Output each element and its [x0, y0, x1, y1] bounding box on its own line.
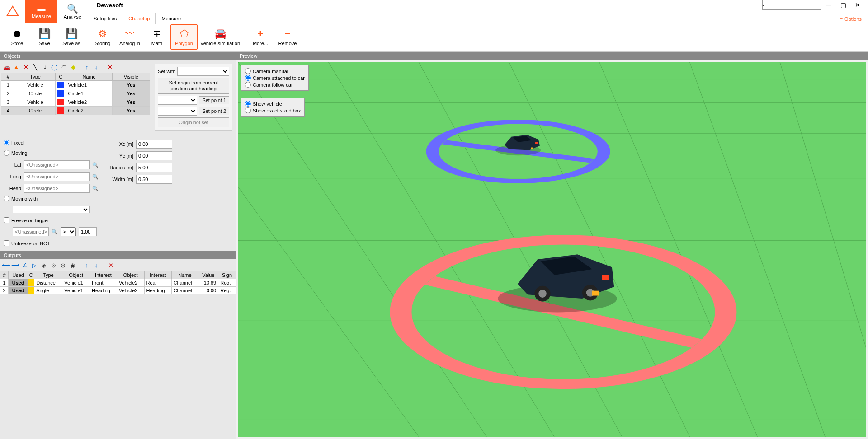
- right-panel: Preview: [236, 52, 868, 439]
- app-logo: [0, 0, 25, 23]
- outputs-table[interactable]: # Used C Type Object Interest Object Int…: [0, 271, 236, 294]
- marker-icon[interactable]: ✕: [22, 63, 30, 71]
- head-input[interactable]: [24, 184, 90, 193]
- tab-measure[interactable]: ▬ Measure: [25, 0, 57, 23]
- set-with-select[interactable]: [177, 67, 229, 76]
- objects-toolbar: 🚗 ▲ ✕ ╲ ⤵ ◯ ◠ ◆ ↑ ↓ ✕: [1, 61, 150, 73]
- subtab-measure[interactable]: Measure: [156, 13, 187, 24]
- out-down-icon[interactable]: ↓: [92, 261, 100, 269]
- width-input[interactable]: [136, 175, 172, 184]
- out-icon-1[interactable]: ⟷: [2, 261, 10, 269]
- down-icon[interactable]: ↓: [92, 63, 100, 71]
- radius-input[interactable]: [136, 163, 172, 172]
- tb-math[interactable]: ∓Math: [143, 24, 170, 50]
- title-input[interactable]: [762, 0, 821, 10]
- cone-icon[interactable]: ▲: [12, 63, 20, 71]
- svg-rect-22: [531, 147, 533, 149]
- out-icon-3[interactable]: ∠: [21, 261, 29, 269]
- preview-header: Preview: [236, 52, 868, 60]
- subtab-ch-setup[interactable]: Ch. setup: [123, 13, 156, 24]
- fixed-radio[interactable]: [4, 140, 9, 145]
- arc-icon[interactable]: ◠: [60, 63, 68, 71]
- search-icon[interactable]: 🔍: [92, 162, 99, 168]
- delete-icon[interactable]: ✕: [106, 63, 114, 71]
- svg-point-27: [538, 290, 547, 298]
- yc-input[interactable]: [136, 151, 172, 160]
- table-row[interactable]: 2CircleCircle1Yes: [1, 89, 150, 98]
- curve-icon[interactable]: ⤵: [41, 63, 49, 71]
- out-delete-icon[interactable]: ✕: [107, 261, 115, 269]
- set-origin-btn[interactable]: Set origin from current position and hea…: [158, 78, 229, 94]
- out-icon-6[interactable]: ⊙: [49, 261, 57, 269]
- table-row[interactable]: 1VehicleVehicle1Yes: [1, 81, 150, 89]
- shape-icon[interactable]: ◆: [69, 63, 77, 71]
- objects-table[interactable]: # Type C Name Visible 1VehicleVehicle1Ye…: [1, 73, 150, 115]
- tb-vehicle-sim[interactable]: 🚘Vehicle simulation: [198, 24, 243, 50]
- table-row[interactable]: 2UsedAngleVehicle1HeadingVehicle2Heading…: [0, 287, 236, 294]
- search-icon[interactable]: 🔍: [92, 186, 99, 191]
- out-icon-7[interactable]: ⊚: [59, 261, 67, 269]
- outputs-header: Outputs: [0, 251, 236, 259]
- cam-follow-radio[interactable]: [245, 82, 251, 88]
- moving-radio[interactable]: [4, 150, 9, 156]
- properties-area: Fixed Moving Lat🔍 Long🔍 Head🔍 Moving wit…: [0, 136, 236, 251]
- svg-rect-30: [602, 275, 609, 280]
- tb-storing[interactable]: ⚙Storing: [89, 24, 116, 50]
- line-icon[interactable]: ╲: [31, 63, 39, 71]
- outputs-toolbar: ⟷ ⟶ ∠ ▷ ◈ ⊙ ⊚ ◉ ↑ ↓ ✕: [0, 259, 236, 271]
- moving-with-select[interactable]: [13, 206, 90, 213]
- tb-polygon[interactable]: ⬠Polygon: [170, 24, 198, 50]
- unfreeze-check[interactable]: [4, 240, 9, 246]
- point1-select[interactable]: [158, 96, 197, 105]
- point2-select[interactable]: [158, 107, 197, 116]
- car-icon[interactable]: 🚗: [3, 63, 11, 71]
- app-title: Dewesoft: [97, 2, 123, 9]
- long-input[interactable]: [24, 172, 90, 181]
- table-row[interactable]: 1UsedDistanceVehicle1FrontVehicle2RearCh…: [0, 279, 236, 287]
- tb-save[interactable]: 💾Save: [31, 24, 58, 50]
- set-point1-btn[interactable]: Set point 1: [199, 96, 229, 104]
- cam-manual-radio[interactable]: [245, 68, 251, 74]
- out-up-icon[interactable]: ↑: [83, 261, 91, 269]
- lat-input[interactable]: [24, 160, 90, 169]
- search-icon[interactable]: 🔍: [92, 174, 99, 180]
- subtab-setup-files[interactable]: Setup files: [88, 13, 123, 24]
- gt-select[interactable]: >: [61, 227, 76, 236]
- svg-rect-31: [592, 291, 599, 296]
- tab-analyse[interactable]: 🔍 Analyse: [57, 0, 88, 23]
- up-icon[interactable]: ↑: [83, 63, 91, 71]
- tb-remove[interactable]: −Remove: [274, 24, 301, 50]
- trigger-val[interactable]: [79, 227, 97, 236]
- search-icon[interactable]: 🔍: [52, 229, 58, 235]
- trigger-input[interactable]: [13, 227, 49, 236]
- moving-with-radio[interactable]: [4, 196, 9, 201]
- tb-analog-in[interactable]: 〰Analog in: [116, 24, 143, 50]
- tb-store[interactable]: ⏺Store: [4, 24, 31, 50]
- out-icon-4[interactable]: ▷: [30, 261, 38, 269]
- tb-more[interactable]: +More...: [247, 24, 274, 50]
- options-link[interactable]: ≡Options: [834, 13, 868, 25]
- table-row[interactable]: 3VehicleVehicle2Yes: [1, 98, 150, 107]
- sub-tabs: Setup files Ch. setup Measure ≡Options: [88, 10, 868, 23]
- table-row[interactable]: 4CircleCircle2Yes: [1, 107, 150, 115]
- camera-panel: Camera manual Camera attached to car Cam…: [241, 65, 309, 91]
- show-vehicle-radio[interactable]: [245, 101, 251, 107]
- freeze-check[interactable]: [4, 217, 9, 223]
- set-point2-btn[interactable]: Set point 2: [199, 107, 229, 115]
- toolbar: ⏺Store 💾Save 💾Save as ⚙Storing 〰Analog i…: [0, 23, 868, 52]
- circle-icon[interactable]: ◯: [50, 63, 58, 71]
- out-icon-8[interactable]: ◉: [68, 261, 76, 269]
- preview-3d[interactable]: Camera manual Camera attached to car Cam…: [238, 62, 866, 437]
- origin-not-set: Origin not set: [158, 117, 229, 127]
- out-icon-5[interactable]: ◈: [40, 261, 48, 269]
- show-panel: Show vehicle Show exact sized box: [241, 98, 305, 117]
- cam-attached-radio[interactable]: [245, 75, 251, 81]
- tb-save-as[interactable]: 💾Save as: [58, 24, 85, 50]
- out-icon-2[interactable]: ⟶: [11, 261, 19, 269]
- ribbon-top: ▬ Measure 🔍 Analyse Dewesoft ─ ▢ ✕ Setup…: [0, 0, 868, 23]
- main-area: Objects 🚗 ▲ ✕ ╲ ⤵ ◯ ◠ ◆ ↑ ↓ ✕: [0, 52, 868, 439]
- xc-input[interactable]: [136, 140, 172, 149]
- objects-header: Objects: [0, 52, 236, 60]
- show-box-radio[interactable]: [245, 107, 251, 113]
- svg-rect-21: [535, 142, 538, 144]
